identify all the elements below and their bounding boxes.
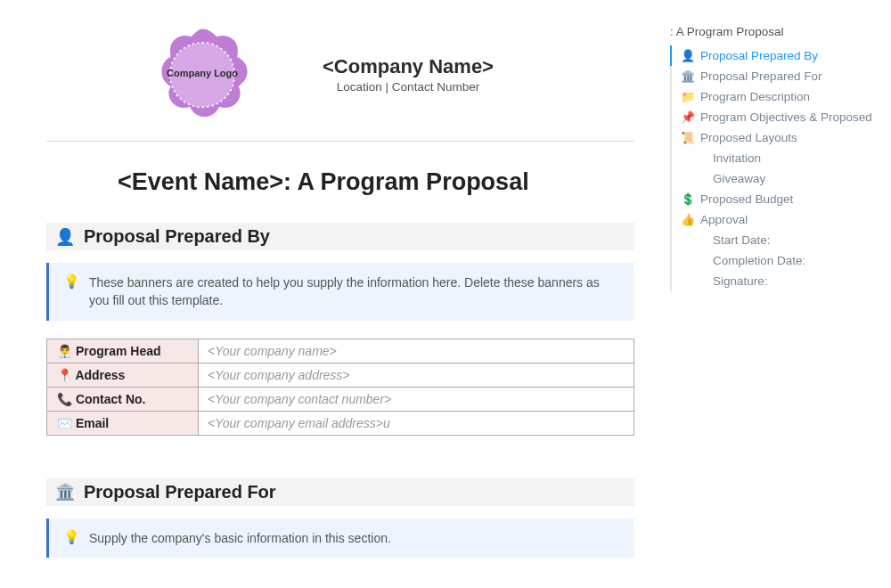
person-icon: 👤	[55, 227, 75, 247]
table-row: 📍 Address <Your company address>	[47, 363, 634, 387]
section-heading-prepared-for: 🏛️ Proposal Prepared For	[46, 478, 634, 506]
outline-title[interactable]: : A Program Proposal	[670, 25, 873, 38]
document-title[interactable]: <Event Name>: A Program Proposal	[118, 168, 634, 196]
outline-item-description[interactable]: 📁Program Description	[670, 86, 873, 107]
header-divider	[46, 141, 634, 142]
dollar-icon: 💲	[681, 192, 695, 206]
outline-item-objectives[interactable]: 📌Program Objectives & Proposed S…	[670, 107, 873, 127]
person-icon: 👤	[681, 49, 695, 62]
lightbulb-icon: 💡	[63, 529, 80, 547]
callout-text: These banners are created to help you su…	[89, 274, 622, 310]
document-main: Company Logo <Company Name> Location | C…	[0, 0, 670, 588]
row-value[interactable]: <Your company contact number>	[199, 387, 634, 411]
section-title: Proposal Prepared For	[84, 482, 276, 502]
pin-icon: 📍	[56, 368, 72, 382]
row-value[interactable]: <Your company name>	[199, 339, 634, 363]
info-callout[interactable]: 💡 These banners are created to help you …	[46, 263, 634, 321]
table-row: ✉️ Email <Your company email address>u	[47, 411, 634, 435]
building-icon: 🏛️	[681, 69, 695, 83]
building-icon: 🏛️	[55, 482, 75, 502]
outline-item-approval[interactable]: 👍Approval	[670, 209, 873, 230]
row-value[interactable]: <Your company email address>u	[199, 411, 634, 435]
phone-icon: 📞	[56, 392, 72, 406]
outline-item-completion-date[interactable]: Completion Date:	[670, 250, 873, 271]
prepared-by-table: 👨‍💼 Program Head <Your company name> 📍 A…	[46, 339, 634, 436]
callout-text: Supply the company's basic information i…	[89, 529, 391, 547]
email-icon: ✉️	[56, 416, 72, 430]
row-label: ✉️ Email	[47, 411, 199, 435]
person-head-icon: 👨‍💼	[56, 344, 72, 358]
section-heading-prepared-by: 👤 Proposal Prepared By	[46, 223, 634, 250]
outline-item-start-date[interactable]: Start Date:	[670, 230, 873, 250]
company-logo-badge: Company Logo	[153, 25, 251, 123]
outline-item-invitation[interactable]: Invitation	[670, 148, 873, 168]
company-location-contact[interactable]: Location | Contact Number	[323, 80, 494, 94]
company-header-block: <Company Name> Location | Contact Number	[323, 55, 494, 94]
outline-item-prepared-for[interactable]: 🏛️Proposal Prepared For	[670, 66, 873, 86]
outline-list: 👤Proposal Prepared By 🏛️Proposal Prepare…	[670, 45, 873, 291]
outline-item-giveaway[interactable]: Giveaway	[670, 168, 873, 189]
thumbsup-icon: 👍	[681, 213, 695, 226]
logo-text: Company Logo	[167, 68, 238, 80]
row-label: 📍 Address	[47, 363, 199, 387]
document-header: Company Logo <Company Name> Location | C…	[46, 25, 634, 123]
outline-item-layouts[interactable]: 📜Proposed Layouts	[670, 127, 873, 148]
lightbulb-icon: 💡	[63, 274, 80, 310]
scroll-icon: 📜	[681, 131, 695, 144]
row-label: 📞 Contact No.	[47, 387, 199, 411]
outline-item-prepared-by[interactable]: 👤Proposal Prepared By	[670, 45, 873, 66]
info-callout[interactable]: 💡 Supply the company's basic information…	[46, 519, 634, 558]
row-value[interactable]: <Your company address>	[199, 363, 634, 387]
section-title: Proposal Prepared By	[84, 226, 270, 247]
outline-item-signature[interactable]: Signature:	[670, 271, 873, 291]
outline-sidebar: : A Program Proposal 👤Proposal Prepared …	[670, 0, 891, 588]
row-label: 👨‍💼 Program Head	[47, 339, 199, 363]
folder-icon: 📁	[681, 90, 695, 103]
company-name[interactable]: <Company Name>	[323, 55, 494, 78]
pushpin-icon: 📌	[681, 110, 695, 124]
outline-item-budget[interactable]: 💲Proposed Budget	[670, 189, 873, 209]
table-row: 📞 Contact No. <Your company contact numb…	[47, 387, 634, 411]
table-row: 👨‍💼 Program Head <Your company name>	[47, 339, 634, 363]
